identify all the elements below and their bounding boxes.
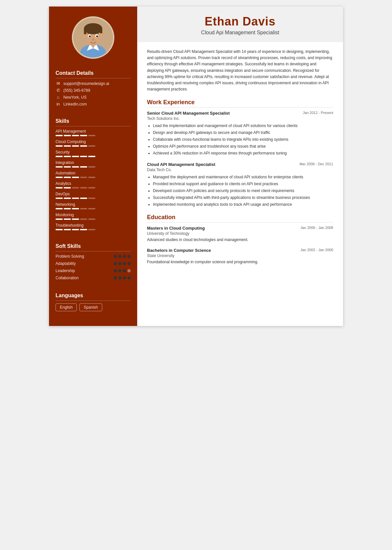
edu-header: Bachelors in Computer Science Jan 2002 -…: [147, 248, 333, 253]
skill-bar: [56, 187, 63, 188]
skill-item: Integration: [56, 160, 131, 168]
skill-bar: [72, 135, 79, 136]
skill-bar: [80, 166, 87, 168]
skill-bar: [56, 229, 63, 230]
soft-skill-dot: [118, 269, 122, 272]
contact-location: ⌂ NewYork, US: [56, 95, 131, 100]
skill-item: Networking: [56, 202, 131, 209]
skill-item: DevOps: [56, 192, 131, 199]
skill-bar: [72, 156, 79, 157]
skills-title: Skills: [56, 118, 131, 126]
skill-name: Integration: [56, 160, 131, 165]
skill-item: Troubleshooting: [56, 223, 131, 230]
edu-header: Masters in Cloud Computing Jan 2006 - Ja…: [147, 226, 333, 231]
skill-name: Troubleshooting: [56, 223, 131, 228]
linkedin-icon: in: [56, 102, 61, 106]
skill-bar: [72, 145, 79, 147]
svg-point-9: [82, 35, 85, 39]
soft-skills-title: Soft Skills: [56, 243, 131, 251]
skill-name: DevOps: [56, 192, 131, 196]
skill-bar: [72, 177, 79, 178]
contact-section: Contact Details ✉ support@resumedesign.a…: [49, 65, 137, 113]
work-company: Tech Solutions Inc.: [147, 116, 333, 121]
edu-entry: Bachelors in Computer Science Jan 2002 -…: [147, 248, 333, 265]
work-bullet: Developed custom API policies and securi…: [153, 188, 333, 194]
work-role: Senior Cloud API Management Specialist: [147, 111, 230, 116]
skill-bar: [56, 156, 63, 157]
skill-bar: [88, 187, 95, 188]
skill-item: Monitoring: [56, 213, 131, 220]
edu-degree: Masters in Cloud Computing: [147, 226, 205, 231]
skill-bar: [72, 208, 79, 209]
svg-point-13: [89, 35, 91, 37]
work-bullet: Design and develop API gateways to secur…: [153, 130, 333, 136]
edu-list: Masters in Cloud Computing Jan 2006 - Ja…: [147, 226, 333, 265]
skills-section: Skills API ManagementCloud ComputingSecu…: [49, 113, 137, 238]
work-header: Cloud API Management Specialist Mar 2008…: [147, 162, 333, 167]
soft-skill-dot: [118, 262, 122, 265]
language-tags: EnglishSpanish: [56, 303, 131, 311]
skill-bar: [80, 198, 87, 199]
edu-degree: Bachelors in Computer Science: [147, 248, 211, 253]
contact-phone: ✆ (555) 345-6789: [56, 88, 131, 93]
skill-item: Security: [56, 150, 131, 157]
skill-bar: [80, 218, 87, 220]
svg-point-10: [101, 35, 104, 39]
contact-title: Contact Details: [56, 70, 131, 78]
work-header: Senior Cloud API Management Specialist J…: [147, 111, 333, 116]
work-role: Cloud API Management Specialist: [147, 162, 215, 167]
skill-bar: [64, 135, 71, 136]
work-bullet: Successfully integrated APIs with third-…: [153, 195, 333, 201]
resume-container: Contact Details ✉ support@resumedesign.a…: [49, 7, 343, 326]
work-date: Mar 2008 - Dec 2011: [300, 162, 333, 166]
skill-bar: [88, 218, 95, 220]
skill-bar: [72, 218, 79, 220]
skill-bar: [88, 156, 95, 157]
education-title: Education: [147, 214, 333, 222]
skill-bar: [56, 177, 63, 178]
soft-skills-list: Problem SolvingAdaptabilityLeadershipCol…: [56, 254, 131, 280]
languages-section: Languages EnglishSpanish: [49, 288, 137, 316]
avatar-section: [49, 7, 137, 65]
skill-name: Analytics: [56, 181, 131, 186]
work-list: Senior Cloud API Management Specialist J…: [147, 111, 333, 207]
skill-name: Monitoring: [56, 213, 131, 217]
skill-bar: [64, 177, 71, 178]
soft-skill-name: Leadership: [56, 268, 75, 273]
skill-item: API Management: [56, 129, 131, 136]
location-icon: ⌂: [56, 95, 61, 100]
skill-bar: [56, 166, 63, 168]
skill-item: Cloud Computing: [56, 139, 131, 147]
soft-skill-dot: [127, 255, 131, 258]
soft-skill-item: Collaboration: [56, 276, 131, 280]
skill-bar: [64, 156, 71, 157]
skills-list: API ManagementCloud ComputingSecurityInt…: [56, 129, 131, 230]
skill-name: API Management: [56, 129, 131, 134]
soft-skill-dot: [114, 276, 117, 280]
soft-skill-dot: [123, 255, 126, 258]
soft-skill-dot: [127, 262, 131, 265]
language-tag: English: [56, 303, 77, 311]
soft-skill-name: Problem Solving: [56, 254, 84, 259]
education-section: Education Masters in Cloud Computing Jan…: [147, 214, 333, 265]
soft-skill-dot: [127, 276, 131, 280]
languages-title: Languages: [56, 293, 131, 301]
language-tag: Spanish: [79, 303, 102, 311]
contact-linkedin: in LinkedIn.com: [56, 102, 131, 106]
soft-skill-item: Adaptability: [56, 261, 131, 266]
skill-bar: [56, 198, 63, 199]
phone-icon: ✆: [56, 88, 61, 93]
skill-bar: [72, 187, 79, 188]
skill-item: Automation: [56, 171, 131, 178]
svg-point-14: [96, 35, 98, 37]
main-content: Ethan Davis Cloud Api Management Special…: [137, 7, 343, 326]
work-entry: Senior Cloud API Management Specialist J…: [147, 111, 333, 156]
header-section: Ethan Davis Cloud Api Management Special…: [137, 7, 343, 42]
skill-bar: [88, 208, 95, 209]
candidate-name: Ethan Davis: [147, 15, 333, 28]
skill-bar: [80, 177, 87, 178]
skill-bar: [64, 208, 71, 209]
skill-bar: [72, 229, 79, 230]
skill-bar: [64, 229, 71, 230]
skill-bar: [64, 218, 71, 220]
